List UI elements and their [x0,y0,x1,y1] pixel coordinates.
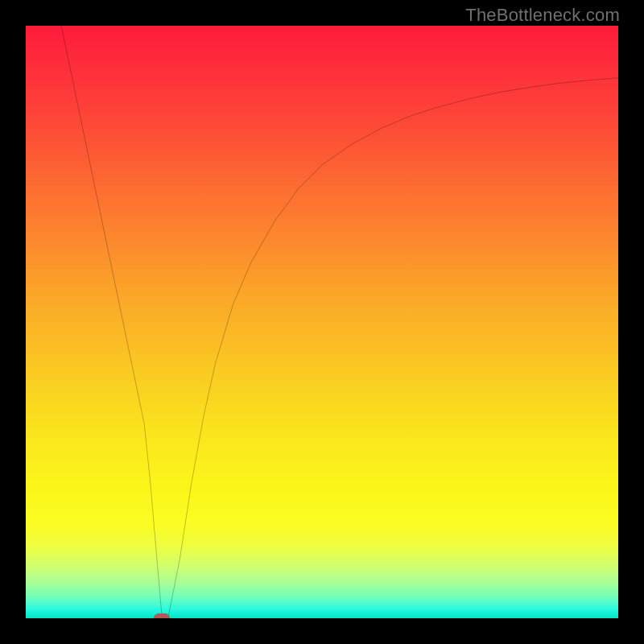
optimal-marker [154,613,170,618]
plot-area [26,26,618,618]
bottleneck-curve [61,26,618,618]
watermark-text: TheBottleneck.com [465,5,620,26]
curve-svg [26,26,618,618]
chart-stage: TheBottleneck.com [0,0,644,644]
